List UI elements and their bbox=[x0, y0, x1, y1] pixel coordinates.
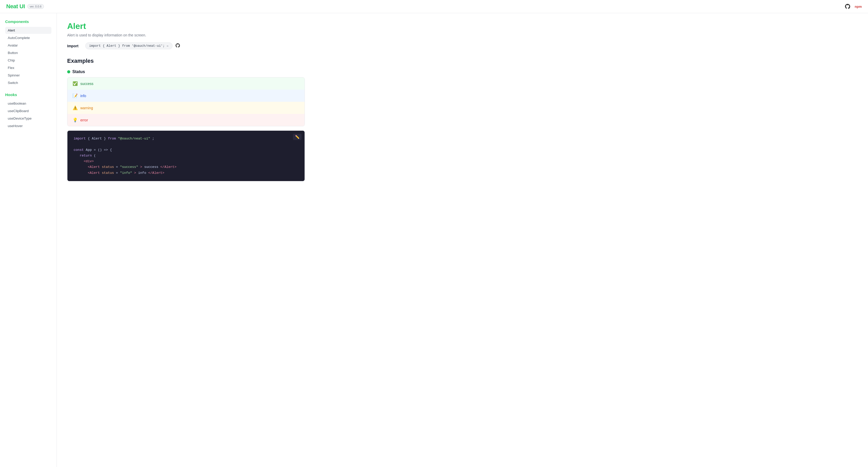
warning-label: warning bbox=[80, 106, 93, 110]
code-line-1: import { Alert } from "@oauch/neat-ui" ; bbox=[74, 136, 299, 142]
error-emoji: 💡 bbox=[72, 118, 78, 122]
components-title: Components bbox=[5, 19, 52, 24]
alert-examples-box: ✅ success 📝 info ⚠️ warning 💡 error bbox=[67, 77, 305, 126]
import-row: Import import { Alert } from '@oauch/nea… bbox=[67, 42, 305, 49]
sidebar-item-useboolean[interactable]: useBoolean bbox=[5, 100, 52, 107]
hooks-title: Hooks bbox=[5, 92, 52, 97]
alert-error: 💡 error bbox=[67, 114, 305, 126]
sidebar-item-alert[interactable]: Alert bbox=[5, 27, 52, 34]
sidebar-item-avatar[interactable]: Avatar bbox=[5, 42, 52, 49]
layout: Components Alert AutoComplete Avatar But… bbox=[0, 13, 868, 467]
header: Neat UI ver. 0.0.6 npm bbox=[0, 0, 868, 13]
sidebar-item-usedevicetype[interactable]: useDeviceType bbox=[5, 115, 52, 122]
success-emoji: ✅ bbox=[72, 81, 78, 86]
import-code-text: import { Alert } from '@oauch/neat-ui'; bbox=[89, 44, 165, 48]
sidebar-item-autocomplete[interactable]: AutoComplete bbox=[5, 34, 52, 41]
sidebar: Components Alert AutoComplete Avatar But… bbox=[0, 13, 57, 467]
sidebar-item-useclipboard[interactable]: useClipBoard bbox=[5, 107, 52, 115]
npm-label[interactable]: npm bbox=[855, 5, 862, 8]
alert-success: ✅ success bbox=[67, 77, 305, 90]
code-line-6: <Alert status = "success" > success </Al… bbox=[74, 164, 299, 170]
code-line-4: return ( bbox=[74, 153, 299, 159]
copy-import-button[interactable]: ✏️ bbox=[167, 44, 169, 48]
hooks-section: Hooks useBoolean useClipBoard useDeviceT… bbox=[5, 92, 52, 129]
green-dot-icon bbox=[67, 70, 70, 73]
status-label: Status bbox=[72, 69, 85, 74]
sidebar-item-switch[interactable]: Switch bbox=[5, 79, 52, 86]
code-line-3: const App = () => { bbox=[74, 147, 299, 153]
github-link[interactable] bbox=[844, 3, 851, 9]
code-line-5: <div> bbox=[74, 159, 299, 164]
alert-warning: ⚠️ warning bbox=[67, 102, 305, 114]
header-left: Neat UI ver. 0.0.6 bbox=[6, 3, 44, 10]
header-right: npm bbox=[844, 3, 862, 9]
page-title: Alert bbox=[67, 22, 305, 31]
github-icon bbox=[844, 3, 851, 9]
import-label: Import bbox=[67, 44, 83, 48]
success-label: success bbox=[80, 82, 94, 86]
copy-code-button[interactable]: ✏️ bbox=[293, 134, 302, 140]
version-badge: ver. 0.0.6 bbox=[27, 4, 44, 9]
sidebar-item-chip[interactable]: Chip bbox=[5, 57, 52, 64]
error-label: error bbox=[80, 118, 88, 122]
components-section: Components Alert AutoComplete Avatar But… bbox=[5, 19, 52, 86]
warning-emoji: ⚠️ bbox=[72, 105, 78, 110]
code-line-7: <Alert status = "info" > info </Alert> bbox=[74, 170, 299, 176]
info-label: info bbox=[80, 94, 86, 98]
page-description: Alert is used to display information on … bbox=[67, 33, 305, 37]
sidebar-item-usehover[interactable]: useHover bbox=[5, 122, 52, 129]
code-line-blank bbox=[74, 142, 299, 147]
sidebar-item-spinner[interactable]: Spinner bbox=[5, 72, 52, 79]
main-content: Alert Alert is used to display informati… bbox=[57, 13, 315, 467]
import-code-box: import { Alert } from '@oauch/neat-ui'; … bbox=[85, 42, 173, 49]
import-github-icon[interactable] bbox=[175, 43, 180, 49]
sidebar-item-button[interactable]: Button bbox=[5, 49, 52, 56]
info-emoji: 📝 bbox=[72, 93, 78, 98]
logo: Neat UI bbox=[6, 3, 25, 10]
examples-title: Examples bbox=[67, 58, 305, 64]
code-block: ✏️ import { Alert } from "@oauch/neat-ui… bbox=[67, 130, 305, 181]
status-subsection-title: Status bbox=[67, 69, 305, 74]
sidebar-item-flex[interactable]: Flex bbox=[5, 64, 52, 71]
alert-info: 📝 info bbox=[67, 90, 305, 102]
